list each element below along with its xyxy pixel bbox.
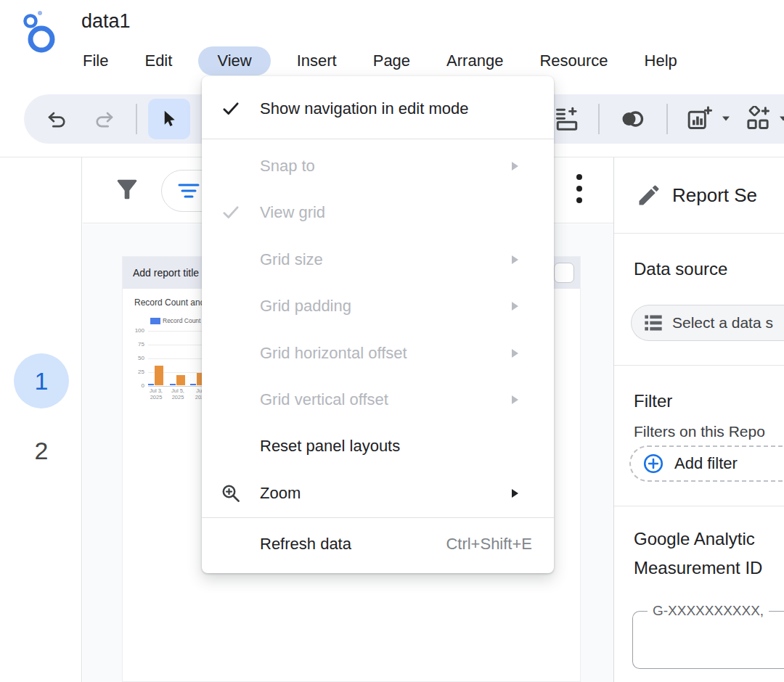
panel-divider <box>614 506 784 506</box>
menu-item-reset-panel-layouts[interactable]: Reset panel layouts <box>202 423 554 469</box>
x-label: Jul 3,2025 <box>144 387 168 400</box>
toolbar-separator <box>136 104 137 134</box>
menu-arrange[interactable]: Arrange <box>436 46 513 75</box>
zoom-in-icon <box>220 482 242 504</box>
y-tick: 25 <box>124 369 144 375</box>
filters-on-report-label: Filters on this Repo <box>634 423 765 440</box>
filter-lines-icon <box>178 182 200 200</box>
menu-item-show-navigation[interactable]: Show navigation in edit mode <box>202 86 554 132</box>
pencil-icon <box>636 182 662 208</box>
y-tick: 50 <box>124 355 144 361</box>
cursor-icon <box>158 108 180 130</box>
submenu-arrow-icon <box>510 488 519 499</box>
checkmark-icon <box>221 203 240 222</box>
select-data-source-button[interactable]: Select a data s <box>631 305 784 341</box>
bar-series2-1 <box>155 366 163 385</box>
select-data-source-label: Select a data s <box>672 314 773 332</box>
submenu-arrow-icon <box>510 254 519 266</box>
add-control-button[interactable] <box>745 106 771 132</box>
y-tick: 100 <box>124 327 144 334</box>
menubar: File Edit View Insert Page Arrange Resou… <box>73 45 703 77</box>
menu-item-grid-size: Grid size <box>202 237 554 283</box>
add-chart-icon <box>686 106 712 132</box>
document-title[interactable]: data1 <box>81 10 131 33</box>
filter-heading: Filter <box>634 391 672 411</box>
menu-divider <box>202 517 554 518</box>
panel-divider <box>614 365 784 366</box>
menu-item-refresh-data[interactable]: Refresh data Ctrl+Shift+E <box>202 521 554 567</box>
submenu-arrow-icon <box>510 300 519 312</box>
bar-record-count-2 <box>170 384 176 385</box>
blend-data-button[interactable] <box>619 106 645 132</box>
add-control-dropdown-caret-icon[interactable] <box>778 115 784 122</box>
menu-item-grid-horizontal-offset: Grid horizontal offset <box>202 330 554 377</box>
add-filter-label: Add filter <box>674 454 738 473</box>
looker-studio-window: data1 File Edit View Insert Page Arrange… <box>0 0 784 682</box>
add-control-icon <box>745 106 771 132</box>
page-navigation: 1 2 <box>0 157 82 682</box>
menu-edit[interactable]: Edit <box>134 46 182 75</box>
bar-record-count-1 <box>148 384 154 385</box>
menu-item-grid-vertical-offset: Grid vertical offset <box>202 377 554 423</box>
panel-title: Report Se <box>672 184 757 207</box>
looker-studio-logo-icon <box>22 9 60 54</box>
bar-series2-2 <box>176 375 185 385</box>
bar-record-count-3 <box>190 384 196 385</box>
add-chart-dropdown-caret-icon[interactable] <box>721 115 731 122</box>
legend-swatch-record-count <box>150 318 160 324</box>
checkmark-icon <box>221 99 240 118</box>
add-chart-button[interactable] <box>686 106 712 132</box>
toolbar-separator <box>598 104 600 134</box>
submenu-arrow-icon <box>510 160 519 172</box>
view-dropdown-menu: Show navigation in edit mode Snap to Vie… <box>202 76 554 573</box>
redo-button[interactable] <box>91 106 118 132</box>
page-1-button[interactable]: 1 <box>14 353 69 408</box>
undo-icon <box>45 107 68 131</box>
undo-button[interactable] <box>44 106 70 132</box>
menu-item-grid-padding: Grid padding <box>202 283 554 329</box>
ga-heading-line1: Google Analytic <box>634 529 755 549</box>
add-filter-button[interactable]: Add filter <box>629 445 784 482</box>
ga-heading-line2: Measurement ID <box>634 558 762 578</box>
menu-item-view-grid: View grid <box>202 189 554 236</box>
filter-funnel-icon[interactable] <box>113 175 142 204</box>
add-page-button[interactable] <box>554 106 580 132</box>
x-label: Jul 5,2025 <box>166 387 190 400</box>
submenu-arrow-icon <box>510 394 519 406</box>
data-source-list-icon <box>643 313 663 332</box>
menu-page[interactable]: Page <box>363 46 420 75</box>
select-tool-button[interactable] <box>148 99 190 139</box>
legend-label-record-count: Record Count <box>163 317 200 324</box>
add-page-icon <box>555 107 579 131</box>
panel-header: Report Se <box>614 157 784 234</box>
page-2-button[interactable]: 2 <box>14 427 69 474</box>
submenu-arrow-icon <box>510 348 519 359</box>
menu-resource[interactable]: Resource <box>529 46 618 75</box>
toolbar-separator <box>666 104 668 134</box>
ga-input-floating-label: G-XXXXXXXXXX, <box>648 603 769 619</box>
data-source-heading: Data source <box>634 259 727 279</box>
date-range-chip[interactable] <box>554 263 574 283</box>
menu-view[interactable]: View <box>198 46 270 75</box>
redo-icon <box>93 107 116 131</box>
menu-insert[interactable]: Insert <box>287 46 347 75</box>
y-tick: 75 <box>124 341 144 348</box>
menu-item-snap-to: Snap to <box>202 143 554 189</box>
blend-icon <box>619 108 645 130</box>
menu-file[interactable]: File <box>73 46 118 75</box>
menu-help[interactable]: Help <box>634 46 687 75</box>
refresh-data-shortcut: Ctrl+Shift+E <box>446 535 532 554</box>
y-tick: 0 <box>124 382 144 389</box>
canvas-more-options-button[interactable] <box>573 170 585 210</box>
report-settings-panel: Report Se Data source Select a data s Fi… <box>613 157 784 682</box>
plus-circle-icon <box>642 453 664 474</box>
menu-item-zoom[interactable]: Zoom <box>202 470 554 517</box>
menu-divider <box>202 139 554 139</box>
ga-measurement-id-input[interactable]: G-XXXXXXXXXX, <box>632 611 784 669</box>
